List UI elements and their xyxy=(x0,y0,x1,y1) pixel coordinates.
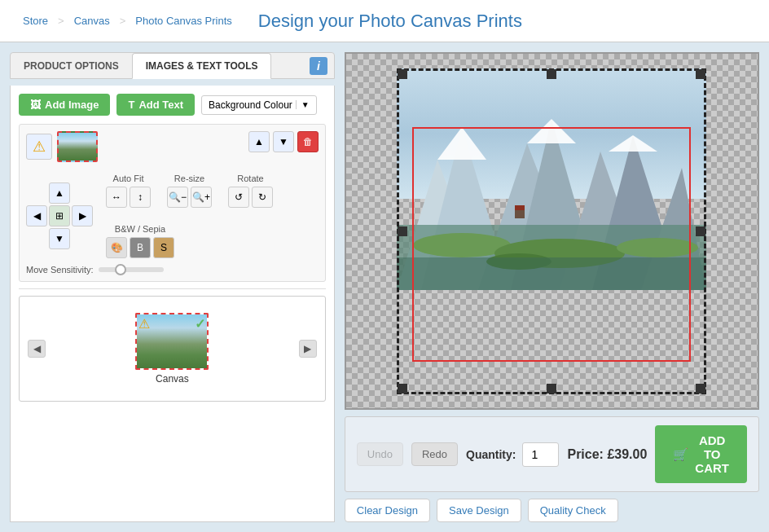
add-text-button[interactable]: T Add Text xyxy=(116,94,195,116)
house-element xyxy=(515,205,525,218)
nav-store[interactable]: Store xyxy=(13,15,58,27)
clear-design-button[interactable]: Clear Design xyxy=(345,499,430,522)
canvas-label: Canvas xyxy=(156,373,189,385)
text-icon: T xyxy=(128,99,134,111)
left-panel: PRODUCT OPTIONS IMAGES & TEXT TOOLS i 🖼 … xyxy=(10,52,335,522)
save-design-button[interactable]: Save Design xyxy=(437,499,521,522)
quantity-input[interactable] xyxy=(522,442,559,467)
price-section: Price: £39.00 xyxy=(567,447,647,462)
tabs-bar: PRODUCT OPTIONS IMAGES & TEXT TOOLS i xyxy=(10,52,335,79)
move-image-right-button[interactable]: ▶ xyxy=(72,205,93,226)
auto-fit-width-button[interactable]: ↔ xyxy=(106,187,127,208)
rotate-right-button[interactable]: ↻ xyxy=(252,187,273,208)
color-button[interactable]: 🎨 xyxy=(106,237,127,258)
nav-canvas[interactable]: Canvas xyxy=(64,15,120,27)
sensitivity-slider[interactable] xyxy=(99,267,164,272)
price-label: Price: xyxy=(567,447,603,461)
cart-icon: 🛒 xyxy=(673,447,688,462)
svg-marker-5 xyxy=(527,119,576,143)
tool-sections: Auto Fit ↔ ↕ Re-size 🔍− 🔍+ xyxy=(106,174,319,258)
auto-fit-label: Auto Fit xyxy=(113,174,144,183)
sepia-button[interactable]: S xyxy=(153,237,174,258)
redo-button[interactable]: Redo xyxy=(411,442,458,466)
move-image-up-button[interactable]: ▲ xyxy=(49,182,70,204)
svg-rect-15 xyxy=(397,257,706,290)
bottom-controls: Undo Redo Quantity: Price: £39.00 🛒 ADD … xyxy=(345,416,759,492)
warning-triangle-icon: ⚠ xyxy=(33,138,46,156)
price-value: £39.00 xyxy=(607,447,647,461)
image-icon: 🖼 xyxy=(30,99,41,111)
bw-button[interactable]: B xyxy=(130,237,151,258)
svg-point-13 xyxy=(617,238,698,257)
landscape-image xyxy=(397,68,706,394)
background-colour-button[interactable]: Background Colour ▼ xyxy=(201,95,317,115)
fit-icon[interactable]: ⊞ xyxy=(49,205,70,226)
canvas-image-container xyxy=(397,68,706,394)
canvas-navigation: ◀ ⚠ ✓ Canvas ▶ xyxy=(28,313,317,385)
bw-sepia-section: B&W / Sepia 🎨 B S xyxy=(106,224,174,258)
tools-area: 🖼 Add Image T Add Text Background Colour… xyxy=(10,86,335,522)
nav-photo-canvas[interactable]: Photo Canvas Prints xyxy=(125,15,242,27)
bw-sepia-label: B&W / Sepia xyxy=(115,224,165,234)
nav-sep-2: > xyxy=(120,15,126,27)
nav-sep-1: > xyxy=(58,15,64,27)
auto-fit-section: Auto Fit ↔ ↕ xyxy=(106,174,151,208)
canvas-thumb-item: ⚠ ✓ Canvas xyxy=(135,313,209,385)
sensitivity-label: Move Sensitivity: xyxy=(26,265,94,275)
canvas-check-icon: ✓ xyxy=(195,316,205,332)
warning-icon: ⚠ xyxy=(26,134,52,160)
tab-product-options[interactable]: PRODUCT OPTIONS xyxy=(11,54,132,78)
svg-marker-8 xyxy=(609,135,657,152)
canvas-warning-icon: ⚠ xyxy=(138,316,150,332)
move-up-icon[interactable]: ▲ xyxy=(248,131,270,152)
rotate-section: Rotate ↺ ↻ xyxy=(228,174,273,208)
warning-row: ⚠ xyxy=(26,131,98,162)
info-button[interactable]: i xyxy=(310,57,327,75)
chevron-down-icon: ▼ xyxy=(296,100,310,109)
slider-thumb xyxy=(115,264,126,275)
move-image-left-button[interactable]: ◀ xyxy=(26,205,47,226)
quality-check-button[interactable]: Quality Check xyxy=(528,499,618,522)
move-down-icon[interactable]: ▼ xyxy=(273,131,294,152)
tab-images-text-tools[interactable]: IMAGES & TEXT TOOLS xyxy=(132,53,272,79)
quantity-section: Quantity: xyxy=(466,442,559,467)
svg-marker-2 xyxy=(437,127,486,160)
top-nav: Store > Canvas > Photo Canvas Prints Des… xyxy=(0,0,769,42)
rotate-left-button[interactable]: ↺ xyxy=(228,187,249,208)
main-container: PRODUCT OPTIONS IMAGES & TEXT TOOLS i 🖼 … xyxy=(0,42,769,532)
resize-larger-button[interactable]: 🔍+ xyxy=(191,187,212,208)
quantity-label: Quantity: xyxy=(466,448,516,461)
sensitivity-row: Move Sensitivity: xyxy=(26,265,319,275)
resize-smaller-button[interactable]: 🔍− xyxy=(167,187,188,208)
resize-section: Re-size 🔍− 🔍+ xyxy=(167,174,212,208)
main-toolbar: 🖼 Add Image T Add Text Background Colour… xyxy=(19,94,326,116)
page-title: Design your Photo Canvas Prints xyxy=(258,11,522,32)
canvas-thumbnail-panel: ◀ ⚠ ✓ Canvas ▶ xyxy=(19,296,326,402)
right-panel: Undo Redo Quantity: Price: £39.00 🛒 ADD … xyxy=(345,52,759,522)
canvas-thumbnail[interactable]: ⚠ ✓ xyxy=(135,313,209,370)
add-to-cart-button[interactable]: 🛒 ADD TO CART xyxy=(655,425,747,483)
resize-label: Re-size xyxy=(174,174,204,183)
rotate-label: Rotate xyxy=(237,174,263,183)
undo-button[interactable]: Undo xyxy=(357,442,403,466)
delete-button[interactable]: 🗑 xyxy=(297,131,319,152)
breadcrumb: Store > Canvas > Photo Canvas Prints xyxy=(13,15,242,27)
canvas-next-button[interactable]: ▶ xyxy=(299,340,317,358)
image-editor: ⚠ ▲ ▼ 🗑 xyxy=(19,124,326,282)
mountains-svg xyxy=(397,95,706,290)
move-image-down-button[interactable]: ▼ xyxy=(49,228,70,249)
action-buttons: Clear Design Save Design Quality Check xyxy=(345,499,759,522)
canvas-prev-button[interactable]: ◀ xyxy=(28,340,46,358)
add-image-button[interactable]: 🖼 Add Image xyxy=(19,94,110,116)
canvas-preview[interactable] xyxy=(345,52,759,410)
auto-fit-height-button[interactable]: ↕ xyxy=(130,187,151,208)
image-thumbnail xyxy=(57,131,98,162)
